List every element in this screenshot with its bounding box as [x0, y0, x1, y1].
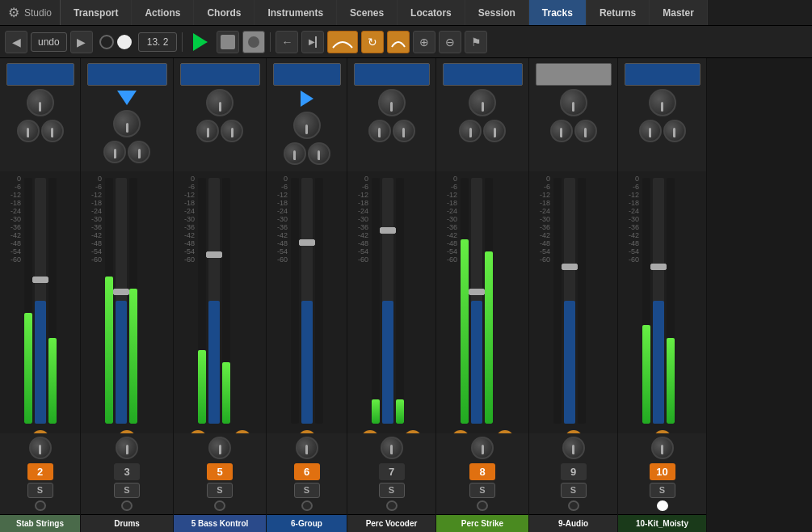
tab-tracks[interactable]: Tracks: [529, 0, 587, 25]
fader-track-3[interactable]: [208, 178, 220, 424]
channel-dot-4[interactable]: [301, 500, 313, 511]
knob-send2-5[interactable]: [393, 120, 415, 142]
knob-vol-7[interactable]: [562, 437, 585, 459]
solo-button-1[interactable]: S: [27, 483, 53, 498]
forward-button[interactable]: ▶: [70, 31, 93, 53]
knob-send1-6[interactable]: [459, 120, 482, 142]
tab-scenes[interactable]: Scenes: [337, 0, 398, 25]
fader-track-8[interactable]: [653, 178, 664, 424]
solo-button-4[interactable]: S: [294, 483, 320, 498]
channel-color-btn-6[interactable]: [443, 63, 523, 86]
channel-color-btn-7[interactable]: [536, 63, 612, 86]
channel-number-3[interactable]: 5: [207, 463, 233, 480]
solo-button-7[interactable]: S: [561, 483, 587, 498]
fader-thumb-6[interactable]: [469, 289, 485, 295]
fader-thumb-3[interactable]: [206, 251, 222, 258]
channel-number-8[interactable]: 10: [650, 463, 675, 480]
knob-pan-8[interactable]: [649, 89, 676, 116]
knob-send2-3[interactable]: [221, 120, 243, 142]
channel-color-btn-1[interactable]: [6, 63, 74, 86]
flag-button[interactable]: ⚑: [465, 31, 487, 53]
tab-instruments[interactable]: Instruments: [255, 0, 337, 25]
channel-number-4[interactable]: 6: [294, 463, 320, 480]
channel-number-2[interactable]: 3: [114, 463, 140, 480]
knob-send2-7[interactable]: [574, 120, 597, 142]
knob-send1-8[interactable]: [639, 120, 662, 142]
knob-send1-4[interactable]: [284, 142, 306, 165]
solo-button-6[interactable]: S: [469, 483, 495, 498]
solo-button-5[interactable]: S: [379, 483, 405, 498]
channel-dot-8[interactable]: [657, 500, 668, 511]
knob-send2-8[interactable]: [663, 120, 686, 142]
stop-button[interactable]: [217, 31, 239, 53]
tab-chords[interactable]: Chords: [194, 0, 255, 25]
knob-pan-4[interactable]: [293, 112, 321, 139]
fader-track-5[interactable]: [382, 178, 393, 424]
loop-button[interactable]: ↻: [361, 31, 384, 53]
back-button[interactable]: ◀: [5, 31, 27, 53]
channel-number-7[interactable]: 9: [561, 463, 587, 480]
fader-thumb-1[interactable]: [32, 277, 48, 283]
channel-color-btn-4[interactable]: [273, 63, 341, 86]
tab-transport[interactable]: Transport: [61, 0, 132, 25]
fader-track-4[interactable]: [301, 178, 313, 424]
fader-track-2[interactable]: [116, 178, 127, 424]
knob-vol-2[interactable]: [116, 437, 138, 459]
solo-button-3[interactable]: S: [207, 483, 233, 498]
fader-track-6[interactable]: [471, 178, 482, 424]
fader-thumb-7[interactable]: [562, 264, 578, 270]
knob-send2-4[interactable]: [308, 142, 330, 165]
knob-pan-5[interactable]: [378, 89, 406, 116]
tab-locators[interactable]: Locators: [398, 0, 465, 25]
fwd-transport[interactable]: ▶: [301, 31, 324, 53]
knob-pan-7[interactable]: [560, 89, 587, 116]
undo-label[interactable]: undo: [31, 32, 67, 52]
knob-pan-3[interactable]: [206, 89, 234, 116]
tab-actions[interactable]: Actions: [132, 0, 194, 25]
channel-dot-3[interactable]: [214, 500, 225, 511]
knob-send1-1[interactable]: [17, 120, 40, 142]
smooth-button[interactable]: [387, 31, 410, 53]
channel-color-btn-2[interactable]: [87, 63, 167, 86]
knob-send2-6[interactable]: [483, 120, 506, 142]
knob-send1-7[interactable]: [550, 120, 573, 142]
knob-send1-3[interactable]: [196, 120, 219, 142]
fader-thumb-4[interactable]: [299, 239, 315, 246]
fader-track-1[interactable]: [35, 178, 46, 424]
channel-number-1[interactable]: 2: [27, 463, 53, 480]
add-button[interactable]: ⊕: [413, 31, 435, 53]
play-button[interactable]: [187, 29, 213, 55]
knob-vol-5[interactable]: [381, 437, 403, 459]
knob-send2-2[interactable]: [128, 141, 150, 163]
knob-pan-1[interactable]: [27, 89, 54, 116]
fader-thumb-8[interactable]: [650, 264, 667, 270]
minus-button[interactable]: ⊖: [439, 31, 461, 53]
channel-number-6[interactable]: 8: [469, 463, 495, 480]
solo-button-8[interactable]: S: [650, 483, 675, 498]
knob-vol-1[interactable]: [29, 437, 52, 459]
fader-thumb-2[interactable]: [113, 289, 129, 295]
record-button[interactable]: [242, 31, 265, 53]
channel-number-5[interactable]: 7: [379, 463, 405, 480]
knob-send1-5[interactable]: [368, 120, 391, 142]
curve-button[interactable]: [327, 31, 358, 53]
channel-dot-6[interactable]: [477, 500, 488, 511]
knob-vol-4[interactable]: [296, 437, 318, 459]
knob-pan-6[interactable]: [469, 89, 496, 116]
channel-color-btn-3[interactable]: [180, 63, 260, 86]
knob-send2-1[interactable]: [41, 120, 64, 142]
tab-returns[interactable]: Returns: [587, 0, 650, 25]
studio-tab[interactable]: ⚙ Studio: [0, 0, 61, 25]
channel-dot-5[interactable]: [386, 500, 398, 511]
channel-dot-2[interactable]: [121, 500, 133, 511]
knob-vol-6[interactable]: [471, 437, 494, 459]
knob-pan-2[interactable]: [113, 110, 141, 137]
fader-thumb-5[interactable]: [380, 227, 396, 234]
knob-vol-8[interactable]: [651, 437, 674, 459]
back-transport[interactable]: ←: [276, 31, 298, 53]
knob-send1-2[interactable]: [103, 141, 126, 163]
solo-button-2[interactable]: S: [114, 483, 140, 498]
channel-color-btn-8[interactable]: [625, 63, 701, 86]
channel-dot-1[interactable]: [35, 500, 46, 511]
tab-session[interactable]: Session: [465, 0, 529, 25]
